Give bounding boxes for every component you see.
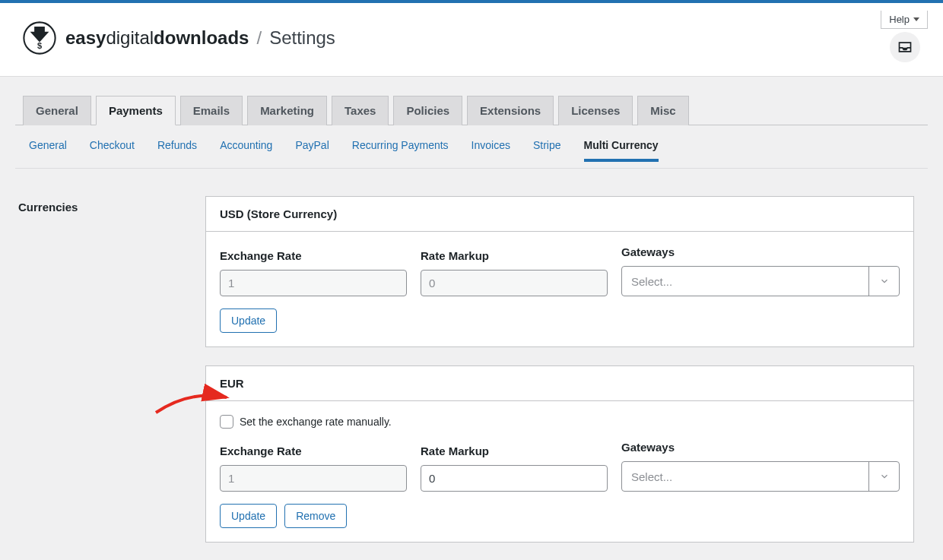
section-label: Currencies (15, 196, 205, 214)
gateways-select[interactable]: Select... (621, 461, 900, 492)
tab-licenses[interactable]: Licenses (558, 96, 633, 125)
exchange-rate-input (220, 465, 407, 492)
subtab-invoices[interactable]: Invoices (472, 139, 510, 162)
chevron-down-icon (868, 267, 899, 296)
gateways-placeholder: Select... (622, 275, 868, 288)
tab-extensions[interactable]: Extensions (467, 96, 554, 125)
remove-button[interactable]: Remove (284, 504, 347, 528)
subtab-refunds[interactable]: Refunds (157, 139, 197, 162)
help-label: Help (889, 14, 910, 25)
update-button[interactable]: Update (220, 308, 277, 333)
inbox-icon[interactable] (890, 32, 920, 62)
currency-card-title: EUR (206, 366, 913, 401)
subtab-stripe[interactable]: Stripe (533, 139, 561, 162)
subtab-recurring-payments[interactable]: Recurring Payments (352, 139, 449, 162)
gateways-label: Gateways (621, 245, 900, 258)
help-button[interactable]: Help (881, 11, 928, 29)
tab-policies[interactable]: Policies (393, 96, 462, 125)
tab-emails[interactable]: Emails (180, 96, 243, 125)
page-title: Settings (269, 27, 335, 49)
subtab-general[interactable]: General (29, 139, 67, 162)
exchange-rate-input (220, 270, 407, 296)
gateways-placeholder: Select... (622, 470, 868, 483)
update-button[interactable]: Update (220, 504, 277, 528)
tab-general[interactable]: General (23, 96, 91, 125)
svg-text:$: $ (37, 41, 42, 50)
exchange-rate-label: Exchange Rate (220, 249, 407, 262)
rate-markup-label: Rate Markup (421, 445, 608, 457)
manual-rate-label: Set the exchange rate manually. (240, 416, 392, 428)
tab-marketing[interactable]: Marketing (247, 96, 327, 125)
subtab-paypal[interactable]: PayPal (295, 139, 329, 162)
edd-logo-icon: $ (23, 21, 56, 55)
brand-text: easydigitaldownloads (65, 27, 249, 49)
subtab-accounting[interactable]: Accounting (220, 139, 272, 162)
tab-taxes[interactable]: Taxes (332, 96, 389, 125)
manual-rate-checkbox[interactable] (220, 415, 233, 429)
rate-markup-label: Rate Markup (421, 249, 608, 262)
payments-subtabs: GeneralCheckoutRefundsAccountingPayPalRe… (15, 125, 928, 169)
currency-card-title: USD (Store Currency) (206, 197, 913, 232)
title-separator: / (256, 27, 262, 49)
gateways-label: Gateways (621, 441, 900, 454)
rate-markup-input[interactable] (421, 465, 608, 492)
gateways-select[interactable]: Select... (621, 266, 900, 296)
page-header: Help $ easydigitaldownloads / Settings (0, 3, 943, 77)
subtab-multi-currency[interactable]: Multi Currency (584, 139, 659, 162)
settings-tabs: GeneralPaymentsEmailsMarketingTaxesPolic… (15, 95, 928, 125)
tab-payments[interactable]: Payments (96, 96, 176, 125)
tab-misc[interactable]: Misc (637, 96, 688, 125)
exchange-rate-label: Exchange Rate (220, 445, 407, 457)
subtab-checkout[interactable]: Checkout (90, 139, 135, 162)
rate-markup-input (421, 270, 608, 296)
currency-card: USD (Store Currency)Exchange RateRate Ma… (205, 196, 914, 347)
currency-card: EURSet the exchange rate manually.Exchan… (205, 365, 914, 543)
chevron-down-icon (868, 462, 899, 491)
